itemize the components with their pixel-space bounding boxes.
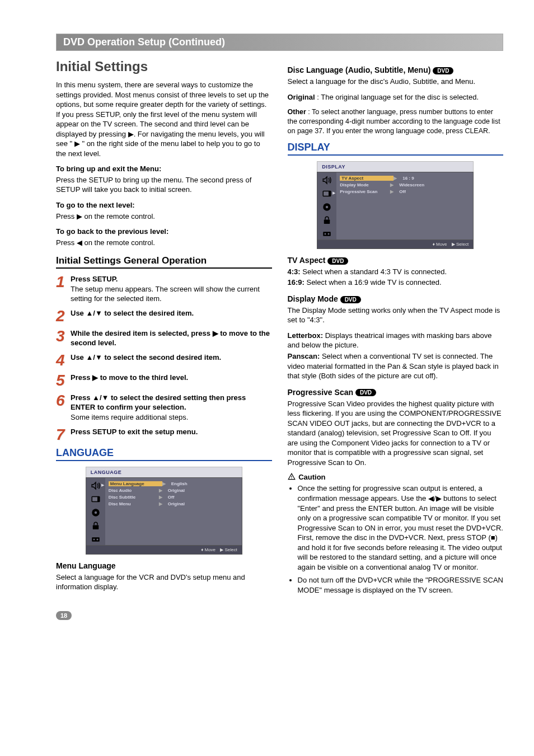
osd-language-title: LANGUAGE (86, 467, 242, 477)
osd-sidebar: ▶ (317, 172, 336, 240)
osd-row: Disc Menu▶Original (109, 501, 238, 506)
disc-icon (321, 202, 333, 212)
page-number: 18 (56, 611, 72, 620)
osd-row-label: Progressive Scan (340, 189, 390, 194)
vcr-icon (321, 229, 333, 239)
speaker-icon (90, 481, 102, 491)
osd-display-title: DISPLAY (317, 161, 474, 172)
dvd-badge: DVD (433, 67, 453, 74)
svg-rect-4 (93, 525, 99, 529)
tv-aspect-43: 4:3: Select when a standard 4:3 TV is co… (288, 267, 504, 277)
progressive-scan-body: Progressive Scan Video provides the high… (288, 399, 504, 468)
disc-icon (90, 508, 102, 518)
osd-row: Progressive Scan▶Off (340, 189, 470, 194)
tv-aspect-169: 16:9: Select when a 16:9 wide TV is conn… (288, 278, 504, 288)
osd-row-label: Menu Language (109, 481, 162, 486)
list-item: Do not turn off the DVD+VCR while the "P… (298, 575, 504, 595)
osd-row-value: Off (399, 189, 470, 194)
osd-display-screenshot: DISPLAY ▶ TV Aspect▶16 : 9Display Mod (317, 161, 474, 249)
osd-row: Disc Audio▶Original (109, 488, 238, 493)
svg-rect-12 (324, 219, 330, 224)
step-text: Press ▲/▼ to select the desired setting … (71, 393, 272, 422)
language-heading: LANGUAGE (56, 447, 272, 461)
dvd-badge: DVD (340, 296, 361, 303)
lock-icon (321, 215, 333, 226)
step: 2Use ▲/▼ to select the desired item. (56, 308, 272, 324)
osd-row-value: Original (168, 488, 238, 493)
osd-row-label: TV Aspect (340, 176, 394, 181)
next-level-title: To go to the next level: (56, 200, 272, 210)
svg-point-6 (93, 538, 95, 540)
step-text: Press SETUP.The setup menu appears. The … (71, 274, 272, 304)
page-title: Initial Settings (56, 59, 272, 74)
step-number: 4 (56, 353, 71, 368)
right-column: Disc Language (Audio, Subtitle, Menu) DV… (288, 59, 504, 620)
section-header: DVD Operation Setup (Continued) (56, 34, 503, 51)
osd-footer-move: Move (436, 242, 447, 247)
svg-point-3 (95, 511, 97, 514)
caution-heading: Caution (288, 473, 504, 481)
osd-footer-select: Select (456, 242, 469, 247)
dvd-badge: DVD (327, 257, 348, 265)
osd-row: Disc Subtitle▶Off (109, 495, 238, 500)
osd-row-label: Disc Menu (109, 501, 159, 506)
osd-row: TV Aspect▶16 : 9 (340, 176, 470, 181)
menu-language-body: Select a language for the VCR and DVD's … (56, 572, 272, 592)
step: 7Press SETUP to exit the setup menu. (56, 427, 272, 443)
display-mode-intro: The Display Mode setting works only when… (288, 306, 504, 325)
svg-point-11 (326, 205, 329, 208)
intro-paragraph: In this menu system, there are several w… (56, 80, 272, 158)
general-op-title: Initial Settings General Operation (56, 255, 272, 269)
chevron-right-icon: ▶ (159, 488, 168, 493)
step: 6Press ▲/▼ to select the desired setting… (56, 393, 272, 422)
chevron-right-icon: ▶ (394, 176, 402, 181)
lock-icon (90, 521, 102, 531)
prev-level-title: To go back to the previous level: (56, 227, 272, 237)
osd-row: Display Mode▶Widescreen (340, 182, 470, 187)
display-mode-title: Display Mode DVD (288, 294, 504, 303)
disc-language-intro: Select a language for the disc's Audio, … (288, 77, 504, 87)
prev-level-body: Press ◀ on the remote control. (56, 238, 272, 248)
osd-row-label: Display Mode (340, 182, 390, 187)
chevron-right-icon: ▶ (390, 182, 399, 187)
caution-list: Once the setting for progressive scan ou… (288, 483, 504, 595)
dvd-badge: DVD (355, 389, 376, 396)
step-number: 3 (56, 328, 71, 344)
bring-menu-body: Press the SETUP to bring up the menu. Th… (56, 175, 272, 195)
osd-footer: ♦ Move ▶ Select (317, 240, 474, 249)
next-level-body: Press ▶ on the remote control. (56, 212, 272, 222)
step-number: 7 (56, 427, 71, 443)
step-text: Use ▲/▼ to select the second desired ite… (71, 353, 272, 363)
display-heading: DISPLAY (288, 142, 504, 156)
osd-row-value: English (171, 481, 238, 486)
step-number: 6 (56, 393, 71, 408)
osd-row-value: Off (168, 495, 238, 500)
chevron-right-icon: ▶ (159, 495, 168, 500)
tv-aspect-title: TV Aspect DVD (288, 256, 504, 265)
left-column: Initial Settings In this menu system, th… (56, 59, 272, 620)
tv-icon (321, 189, 333, 199)
disc-language-title: Disc Language (Audio, Subtitle, Menu) DV… (288, 65, 504, 74)
step-number: 2 (56, 308, 71, 324)
svg-point-15 (328, 233, 330, 234)
osd-row-value: Widescreen (399, 182, 470, 187)
disc-language-other: Other : To select another language, pres… (288, 107, 504, 136)
osd-footer-select: Select (225, 547, 237, 552)
step: 1Press SETUP.The setup menu appears. The… (56, 274, 272, 304)
display-mode-panscan: Panscan: Select when a conventional TV s… (288, 351, 504, 381)
osd-sidebar: ▶ (86, 478, 105, 545)
caution-icon (288, 473, 296, 481)
osd-row-label: Disc Audio (109, 488, 159, 493)
svg-point-17 (291, 478, 292, 479)
speaker-icon (321, 175, 333, 185)
osd-footer-move: Move (204, 547, 216, 552)
step: 3While the desired item is selected, pre… (56, 328, 272, 348)
osd-row-value: Original (168, 501, 238, 506)
svg-rect-1 (92, 497, 97, 501)
tv-icon (90, 494, 102, 504)
step-number: 5 (56, 373, 71, 388)
step: 4Use ▲/▼ to select the second desired it… (56, 353, 272, 368)
step-text: Use ▲/▼ to select the desired item. (71, 308, 272, 318)
vcr-icon (90, 534, 102, 544)
svg-rect-5 (92, 537, 100, 542)
